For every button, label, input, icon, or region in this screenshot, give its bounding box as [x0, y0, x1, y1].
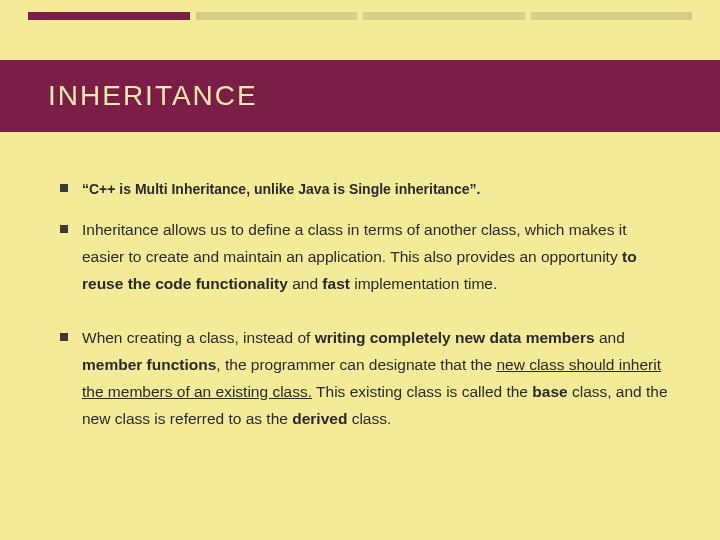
text: This existing class is called the	[312, 383, 532, 400]
text: implementation time.	[350, 275, 497, 292]
bullet-1: “C++ is Multi Inheritance, unlike Java i…	[60, 175, 670, 202]
text: Inheritance allows us to define a class …	[82, 221, 626, 265]
title-bar: INHERITANCE	[0, 60, 720, 132]
bold-text: derived	[292, 410, 347, 427]
stripe-3	[363, 12, 525, 20]
bold-text: fast	[322, 275, 350, 292]
text: When creating a class, instead of	[82, 329, 315, 346]
bold-text: base	[532, 383, 567, 400]
quote-text: “C++ is Multi Inheritance, unlike Java i…	[82, 181, 480, 197]
bold-text: writing completely new data members	[315, 329, 595, 346]
stripe-1	[28, 12, 190, 20]
stripe-4	[531, 12, 693, 20]
text: and	[288, 275, 322, 292]
content-area: “C++ is Multi Inheritance, unlike Java i…	[60, 175, 670, 446]
text: , the programmer can designate that the	[216, 356, 496, 373]
bullet-list: “C++ is Multi Inheritance, unlike Java i…	[60, 175, 670, 432]
page-title: INHERITANCE	[48, 80, 258, 112]
text: class.	[347, 410, 391, 427]
bullet-3: When creating a class, instead of writin…	[60, 324, 670, 433]
stripe-2	[196, 12, 358, 20]
bold-text: member functions	[82, 356, 216, 373]
accent-stripes	[28, 12, 692, 20]
text: and	[595, 329, 625, 346]
bullet-2: Inheritance allows us to define a class …	[60, 216, 670, 297]
